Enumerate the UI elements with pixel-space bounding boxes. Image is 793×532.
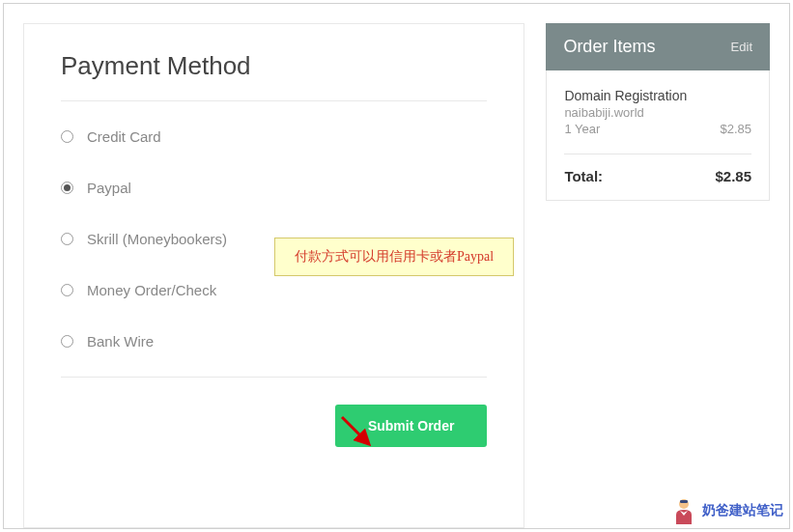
radio-label: Bank Wire <box>87 333 154 350</box>
radio-icon <box>61 130 73 143</box>
radio-icon <box>61 233 73 245</box>
order-total-label: Total: <box>564 168 603 184</box>
payment-option-bank-wire[interactable]: Bank Wire <box>61 316 487 367</box>
radio-icon <box>61 335 73 348</box>
order-total-row: Total: $2.85 <box>564 154 751 184</box>
svg-rect-3 <box>680 500 688 503</box>
order-summary-panel: Order Items Edit Domain Registration nai… <box>546 23 770 528</box>
submit-order-button[interactable]: Submit Order <box>335 405 487 447</box>
annotation-callout: 付款方式可以用信用卡或者Paypal <box>274 238 514 276</box>
payment-option-credit-card[interactable]: Credit Card <box>61 111 487 162</box>
edit-order-link[interactable]: Edit <box>731 40 752 54</box>
order-title: Order Items <box>563 37 655 57</box>
radio-label: Credit Card <box>87 128 161 145</box>
avatar-icon <box>671 497 696 524</box>
watermark-text: 奶爸建站笔记 <box>702 502 783 519</box>
order-total-price: $2.85 <box>715 168 751 184</box>
order-body: Domain Registration naibabiji.world 1 Ye… <box>546 70 770 201</box>
payment-heading: Payment Method <box>61 51 487 81</box>
submit-row: Submit Order <box>61 377 487 447</box>
radio-label: Money Order/Check <box>87 282 216 298</box>
order-item-name: Domain Registration <box>564 88 751 103</box>
order-item-domain: naibabiji.world <box>564 105 751 120</box>
order-item-line: 1 Year $2.85 <box>564 122 751 136</box>
order-header: Order Items Edit <box>546 23 770 70</box>
radio-icon <box>61 284 73 296</box>
radio-label: Paypal <box>87 180 131 196</box>
radio-icon <box>61 182 73 194</box>
payment-option-paypal[interactable]: Paypal <box>61 162 487 213</box>
radio-label: Skrill (Moneybookers) <box>87 231 227 247</box>
divider <box>61 100 487 101</box>
order-item-term: 1 Year <box>564 122 600 136</box>
order-item-price: $2.85 <box>720 122 751 136</box>
watermark: 奶爸建站笔记 <box>671 497 783 524</box>
